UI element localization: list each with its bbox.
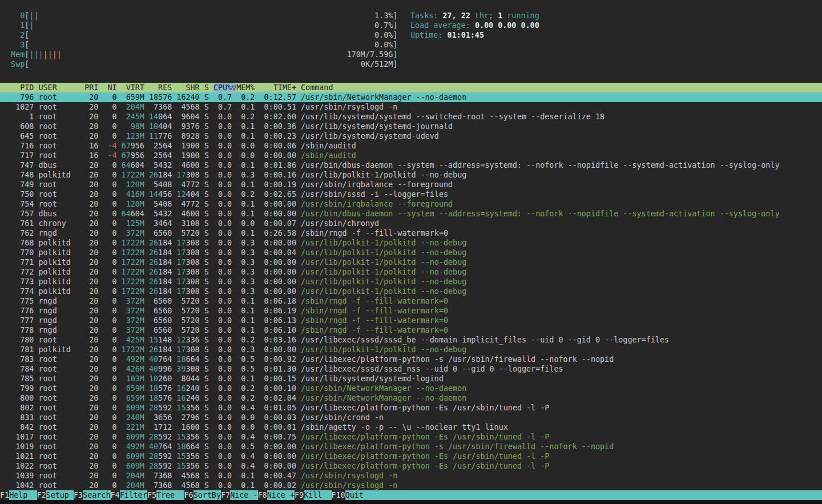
uptime-label: Uptime: [410,31,448,39]
process-row-645[interactable]: 645 root 20 0 123M 11776 8928 S 0.0 0.1 … [0,131,822,141]
fkey-filter-button[interactable]: Filter [120,490,147,500]
process-row-1[interactable]: 1 root 20 0 245M 14064 9604 S 0.0 0.2 0:… [0,112,822,122]
load-average: Load average: 0.00 0.00 0.00 [410,21,539,30]
process-row-774[interactable]: 774 polkitd 20 0 1722M 26184 17308 S 0.0… [0,287,822,296]
function-key-bar: F1Help F2Setup F3SearchF4FilterF5Tree F6… [0,490,822,500]
process-row-768[interactable]: 768 polkitd 20 0 1722M 26184 17308 S 0.0… [0,238,822,248]
tasks-label: Tasks: [410,11,442,20]
process-row-778[interactable]: 778 rngd 20 0 372M 6560 5720 S 0.0 0.1 0… [0,325,822,335]
fkey-nice--button[interactable]: Nice + [267,490,295,500]
process-row-762[interactable]: 762 rngd 20 0 372M 6560 5720 S 0.0 0.1 0… [0,228,822,238]
process-row-748[interactable]: 748 polkitd 20 0 1722M 26184 17308 S 0.0… [0,170,822,180]
fkey-search-button[interactable]: Search [83,490,110,500]
column-header-res[interactable]: RES [149,83,172,92]
fkey-f2-key[interactable]: F2 [37,490,46,500]
process-table: 796 root 20 0 659M 18576 16240 S 0.7 0.2… [0,92,822,490]
cpu3-meter: 3[ 0.0%] [2,40,397,50]
fkey-help-button[interactable]: Help [9,490,37,500]
cpu2-meter: 2[ 0.0%] [2,30,397,40]
process-row-773[interactable]: 773 polkitd 20 0 1722M 26184 17308 S 0.0… [0,277,822,287]
process-row-781[interactable]: 781 polkitd 20 0 1722M 26184 17308 S 0.0… [0,345,822,354]
fkey-f5-key[interactable]: F5 [147,490,156,500]
process-row-717[interactable]: 717 root 16 -4 67956 2564 1900 S 0.0 0.0… [0,151,822,160]
table-header: PID USER PRI NI VIRT RES SHR S CPU%▽MEM%… [0,83,822,92]
memory-meter: Mem[||||||| 170M/7.59G] [2,50,397,59]
process-row-1022[interactable]: 1022 root 20 0 609M 28592 15356 S 0.0 0.… [0,461,822,471]
fkey-f8-key[interactable]: F8 [258,490,267,500]
bottom-margin [0,500,822,504]
process-row-777[interactable]: 777 rngd 20 0 372M 6560 5720 S 0.0 0.1 0… [0,316,822,325]
process-row-716[interactable]: 716 root 16 -4 67956 2564 1900 S 0.0 0.0… [0,141,822,151]
process-row-785[interactable]: 785 root 20 0 103M 10260 8044 S 0.0 0.1 … [0,374,822,384]
fkey-f4-key[interactable]: F4 [111,490,120,500]
process-row-775[interactable]: 775 rngd 20 0 372M 6560 5720 S 0.0 0.1 0… [0,296,822,306]
fkey-nice--button[interactable]: Nice - [230,490,257,500]
column-header-pid[interactable]: PID [2,83,34,92]
column-header-user[interactable]: USER [39,83,80,92]
fkey-f3-key[interactable]: F3 [74,490,83,500]
process-row-1039[interactable]: 1039 root 20 0 204M 7368 4568 S 0.0 0.1 … [0,471,822,481]
cpu1-meter: 1[| 0.7%] [2,21,397,30]
column-header-cpu[interactable]: CPU%▽ [213,83,236,92]
process-row-842[interactable]: 842 root 20 0 221M 1712 1600 S 0.0 0.0 0… [0,422,822,432]
process-row-749[interactable]: 749 root 20 0 120M 5408 4772 S 0.0 0.1 0… [0,180,822,189]
column-header-time[interactable]: TIME+ [260,83,297,92]
tasks-thr-label: thr; [470,11,498,20]
fkey-setup-button[interactable]: Setup [46,490,74,500]
column-header-ni[interactable]: NI [103,83,116,92]
process-row-1021[interactable]: 1021 root 20 0 609M 28592 15356 S 0.0 0.… [0,451,822,461]
process-row-772[interactable]: 772 polkitd 20 0 1722M 26184 17308 S 0.0… [0,267,822,277]
process-row-796[interactable]: 796 root 20 0 659M 18576 16240 S 0.7 0.2… [0,92,822,102]
swap-meter: Swp[ 0K/512M] [2,59,397,69]
fkey-f10-key[interactable]: F10 [332,490,345,500]
process-row-776[interactable]: 776 rngd 20 0 372M 6560 5720 S 0.0 0.1 0… [0,306,822,316]
uptime: Uptime: 01:01:45 [410,30,539,40]
fkey-f9-key[interactable]: F9 [295,490,304,500]
fkey-f1-key[interactable]: F1 [0,490,9,500]
uptime-value: 01:01:45 [448,31,485,39]
column-header-mem[interactable]: MEM% [236,83,255,92]
tasks-running-label: running [502,11,539,20]
process-row-800[interactable]: 800 root 20 0 659M 18576 16240 S 0.0 0.2… [0,393,822,403]
process-row-608[interactable]: 608 root 20 0 98M 10404 9376 S 0.0 0.1 0… [0,122,822,131]
column-header-shr[interactable]: SHR [176,83,199,92]
process-row-1027[interactable]: 1027 root 20 0 204M 7368 4568 S 0.7 0.1 … [0,102,822,112]
process-row-1042[interactable]: 1042 root 20 0 204M 7368 4568 S 0.0 0.1 … [0,481,822,490]
process-row-802[interactable]: 802 root 20 0 609M 28592 15356 S 0.0 0.4… [0,403,822,413]
fkey-bar-fill [364,490,822,500]
load-average-values: 0.00 0.00 0.00 [475,21,539,30]
fkey-kill-button[interactable]: Kill [304,490,331,500]
process-row-761[interactable]: 761 chrony 20 0 125M 3464 3108 S 0.0 0.0… [0,219,822,228]
cpu0-meter: 0[|| 1.3%] [2,11,397,21]
process-row-784[interactable]: 784 root 20 0 426M 40996 39308 S 0.0 0.5… [0,364,822,374]
load-average-label: Load average: [410,21,475,30]
column-header-s[interactable]: S [204,83,209,92]
fkey-f7-key[interactable]: F7 [221,490,230,500]
cpu-memory-meters: 0[|| 1.3%] 1[| 0.7%] 2[ [2,11,397,69]
fkey-f6-key[interactable]: F6 [184,490,194,500]
fkey-quit-button[interactable]: Quit [345,490,364,500]
process-row-799[interactable]: 799 root 20 0 659M 18576 16240 S 0.0 0.2… [0,384,822,393]
process-row-770[interactable]: 770 polkitd 20 0 1722M 26184 17308 S 0.0… [0,248,822,257]
htop-terminal: 0[|| 1.3%] 1[| 0.7%] 2[ [0,0,822,504]
column-header-command[interactable]: Command [301,83,333,92]
process-row-833[interactable]: 833 root 20 0 240M 3656 2796 S 0.0 0.0 0… [0,413,822,422]
fkey-sortby-button[interactable]: SortBy [194,490,221,500]
tasks-summary: Tasks: 27, 22 thr; 1 running [410,11,539,21]
process-row-747[interactable]: 747 dbus 20 0 64604 5432 4600 S 0.0 0.1 … [0,160,822,170]
process-row-771[interactable]: 771 polkitd 20 0 1722M 26184 17308 S 0.0… [0,257,822,267]
column-header-pri[interactable]: PRI [84,83,98,92]
process-row-750[interactable]: 750 root 20 0 416M 14456 12404 S 0.0 0.2… [0,189,822,199]
fkey-tree-button[interactable]: Tree [156,490,184,500]
process-row-757[interactable]: 757 dbus 20 0 64604 5432 4600 S 0.0 0.1 … [0,209,822,219]
process-row-754[interactable]: 754 root 20 0 120M 5408 4772 S 0.0 0.1 0… [0,199,822,209]
process-row-1019[interactable]: 1019 root 20 0 492M 40764 18664 S 0.0 0.… [0,442,822,451]
tasks-count: 27, 22 [442,11,470,20]
process-row-1017[interactable]: 1017 root 20 0 609M 28592 15356 S 0.0 0.… [0,432,822,442]
column-header-virt[interactable]: VIRT [122,83,144,92]
process-row-780[interactable]: 780 root 20 0 425M 15148 12336 S 0.0 0.2… [0,335,822,345]
system-info: Tasks: 27, 22 thr; 1 running Load averag… [410,11,539,40]
process-row-783[interactable]: 783 root 20 0 492M 40764 18664 S 0.0 0.5… [0,354,822,364]
